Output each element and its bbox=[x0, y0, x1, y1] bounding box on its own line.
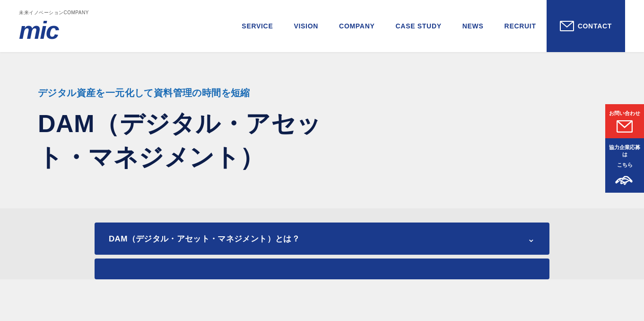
accordion-item-2[interactable] bbox=[95, 259, 549, 279]
floating-buttons: お問い合わせ 協力企業応募は こちら bbox=[605, 104, 644, 193]
hero-title: DAM（デジタル・アセット・マネジメント） bbox=[38, 107, 369, 173]
accordion-chevron-1: ⌄ bbox=[527, 233, 535, 244]
float-contact-button[interactable]: お問い合わせ bbox=[605, 104, 644, 138]
float-partner-label2: こちら bbox=[617, 161, 633, 168]
logo[interactable]: mic bbox=[19, 18, 59, 43]
contact-label: CONTACT bbox=[578, 22, 612, 30]
logo-tagline: 未来イノベーションCOMPANY bbox=[19, 9, 89, 16]
content-section: DAM（デジタル・アセット・マネジメント）とは？ ⌄ bbox=[0, 208, 644, 279]
handshake-icon bbox=[615, 172, 634, 187]
nav-item-case-study[interactable]: CASE STUDY bbox=[385, 0, 452, 52]
float-contact-label: お問い合わせ bbox=[609, 110, 640, 116]
nav-item-vision[interactable]: VISION bbox=[283, 0, 329, 52]
nav-item-news[interactable]: NEWS bbox=[452, 0, 494, 52]
nav-item-company[interactable]: COMPANY bbox=[329, 0, 385, 52]
accordion-item-1[interactable]: DAM（デジタル・アセット・マネジメント）とは？ ⌄ bbox=[95, 223, 549, 255]
float-partner-label1: 協力企業応募は bbox=[609, 144, 640, 158]
logo-area: 未来イノベーションCOMPANY mic bbox=[19, 9, 89, 43]
float-envelope-icon bbox=[617, 120, 633, 133]
nav-item-recruit[interactable]: RECRUIT bbox=[494, 0, 547, 52]
header: 未来イノベーションCOMPANY mic SERVICE VISION COMP… bbox=[0, 0, 644, 52]
main-nav: SERVICE VISION COMPANY CASE STUDY NEWS R… bbox=[231, 0, 625, 52]
hero-section: デジタル資産を一元化して資料管理の時間を短縮 DAM（デジタル・アセット・マネジ… bbox=[0, 52, 644, 208]
float-partner-button[interactable]: 協力企業応募は こちら bbox=[605, 138, 644, 193]
accordion-label-1: DAM（デジタル・アセット・マネジメント）とは？ bbox=[109, 233, 300, 244]
nav-item-service[interactable]: SERVICE bbox=[231, 0, 283, 52]
hero-subtitle: デジタル資産を一元化して資料管理の時間を短縮 bbox=[38, 87, 606, 99]
nav-contact-button[interactable]: CONTACT bbox=[547, 0, 625, 52]
contact-envelope-icon bbox=[560, 21, 574, 31]
